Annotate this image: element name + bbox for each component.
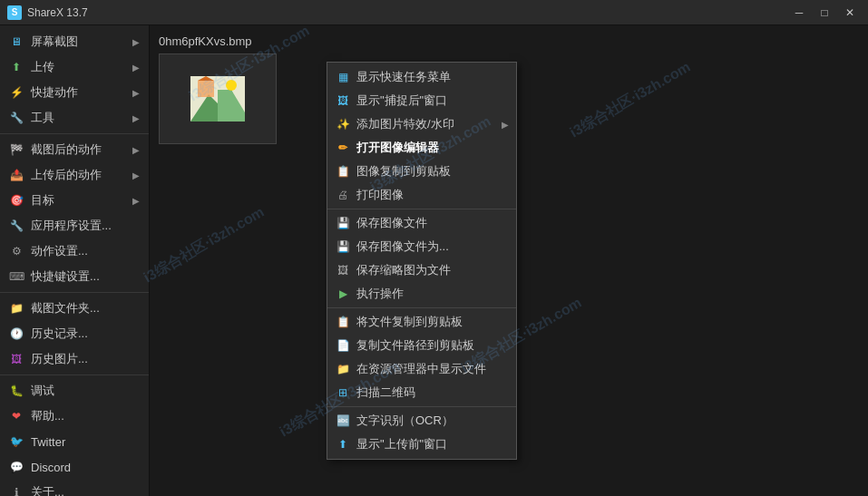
ctx-scan-qr[interactable]: ⊞ 扫描二维码 xyxy=(327,381,516,404)
sidebar-item-hotkeys[interactable]: ⌨ 快捷键设置... xyxy=(0,264,149,289)
ctx-show-quick-menu[interactable]: ▦ 显示快速任务菜单 xyxy=(327,65,516,89)
sidebar-item-label: 截图后的动作 xyxy=(31,141,125,158)
ctx-label: 保存图像文件为... xyxy=(356,238,509,255)
sidebar-item-label: 调试 xyxy=(31,383,140,399)
sidebar-item-imagehistory[interactable]: 🖼 历史图片... xyxy=(0,346,149,372)
sidebar-item-label: 截图文件夹... xyxy=(31,300,140,316)
ctx-ocr[interactable]: 🔤 文字识别（OCR） xyxy=(327,409,516,433)
copy-clipboard-icon: 📋 xyxy=(335,163,351,180)
arrow-icon: ▶ xyxy=(132,145,140,155)
ctx-copy-to-clipboard[interactable]: 📋 图像复制到剪贴板 xyxy=(327,160,516,183)
context-menu: ▦ 显示快速任务菜单 🖼 显示"捕捉后"窗口 ✨ 添加图片特效/水印 ▶ ✏ 打… xyxy=(327,62,517,460)
ctx-show-in-explorer[interactable]: 📁 在资源管理器中显示文件 xyxy=(327,357,516,381)
submenu-arrow-icon: ▶ xyxy=(502,120,509,130)
ctx-copy-file-path[interactable]: 📄 复制文件路径到剪贴板 xyxy=(327,334,516,357)
ctx-execute-action[interactable]: ▶ 执行操作 xyxy=(327,282,516,306)
title-bar-controls: ─ □ ✕ xyxy=(788,4,861,22)
sidebar-item-target[interactable]: 🎯 目标 ▶ xyxy=(0,188,149,213)
ctx-save-thumbnail[interactable]: 🖼 保存缩略图为文件 xyxy=(327,258,516,282)
sidebar-item-screenshot[interactable]: 🖥 屏幕截图 ▶ xyxy=(0,29,149,54)
hotkeys-icon: ⌨ xyxy=(9,269,24,284)
arrow-icon: ▶ xyxy=(132,63,140,73)
ctx-show-after-capture[interactable]: 🖼 显示"捕捉后"窗口 xyxy=(327,89,516,112)
minimize-button[interactable]: ─ xyxy=(788,4,810,22)
sidebar-item-label: 帮助... xyxy=(31,408,140,424)
sidebar-item-afterupload[interactable]: 📤 上传后的动作 ▶ xyxy=(0,162,149,188)
sidebar-item-debug[interactable]: 🐛 调试 xyxy=(0,378,149,404)
actionsettings-icon: ⚙ xyxy=(9,244,24,258)
aftercapture-icon: 🏁 xyxy=(9,142,24,157)
sidebar-item-twitter[interactable]: 🐦 Twitter xyxy=(0,429,149,454)
copy-path-icon: 📄 xyxy=(335,337,351,354)
sidebar: 🖥 屏幕截图 ▶ ⬆ 上传 ▶ ⚡ 快捷动作 ▶ 🔧 工具 ▶ 🏁 截图后的动作… xyxy=(0,25,150,496)
print-icon: 🖨 xyxy=(335,187,351,203)
ctx-show-before-upload[interactable]: ⬆ 显示"上传前"窗口 xyxy=(327,433,516,456)
ctx-label: 显示快速任务菜单 xyxy=(356,69,509,85)
quickactions-icon: ⚡ xyxy=(9,85,24,100)
after-capture-icon: 🖼 xyxy=(335,92,351,109)
arrow-icon: ▶ xyxy=(132,113,140,123)
sidebar-item-label: 动作设置... xyxy=(31,243,140,259)
sidebar-divider xyxy=(0,292,149,293)
capturefolder-icon: 📁 xyxy=(9,301,24,316)
ctx-divider xyxy=(327,307,516,308)
title-bar-left: S ShareX 13.7 xyxy=(7,5,88,20)
file-name: 0hm6pfKXvs.bmp xyxy=(159,34,252,48)
ctx-label: 复制文件路径到剪贴板 xyxy=(356,337,509,354)
sidebar-item-help[interactable]: ❤ 帮助... xyxy=(0,404,149,429)
afterupload-icon: 📤 xyxy=(9,168,24,182)
sidebar-divider xyxy=(0,374,149,375)
ctx-label: 打开图像编辑器 xyxy=(356,140,509,156)
main-layout: 🖥 屏幕截图 ▶ ⬆ 上传 ▶ ⚡ 快捷动作 ▶ 🔧 工具 ▶ 🏁 截图后的动作… xyxy=(0,25,868,496)
upload-icon: ⬆ xyxy=(9,60,24,74)
content-area: 0hm6pfKXvs.bmp ▦ 显示快速任务菜单 🖼 xyxy=(150,25,868,496)
ctx-label: 打印图像 xyxy=(356,187,509,203)
arrow-icon: ▶ xyxy=(132,170,140,180)
close-button[interactable]: ✕ xyxy=(839,4,861,22)
sidebar-item-appsettings[interactable]: 🔧 应用程序设置... xyxy=(0,213,149,238)
arrow-icon: ▶ xyxy=(132,37,140,47)
sidebar-item-tools[interactable]: 🔧 工具 ▶ xyxy=(0,105,149,131)
sidebar-item-upload[interactable]: ⬆ 上传 ▶ xyxy=(0,54,149,80)
app-icon: S xyxy=(7,5,22,20)
sidebar-item-label: 目标 xyxy=(31,192,125,209)
sidebar-item-label: 关于... xyxy=(31,484,140,496)
twitter-icon: 🐦 xyxy=(9,434,24,449)
tools-icon: 🔧 xyxy=(9,111,24,125)
sidebar-item-label: 上传 xyxy=(31,59,125,75)
svg-rect-3 xyxy=(198,81,214,97)
save-image-icon: 💾 xyxy=(335,215,351,231)
preview-image xyxy=(190,76,245,122)
maximize-button[interactable]: □ xyxy=(814,4,835,22)
history-icon: 🕐 xyxy=(9,326,24,341)
sidebar-item-actionsettings[interactable]: ⚙ 动作设置... xyxy=(0,238,149,264)
sidebar-item-aftercapture[interactable]: 🏁 截图后的动作 ▶ xyxy=(0,137,149,162)
sidebar-item-about[interactable]: ℹ 关于... xyxy=(0,480,149,496)
sidebar-item-history[interactable]: 🕐 历史记录... xyxy=(0,321,149,346)
ocr-icon: 🔤 xyxy=(335,413,351,429)
save-thumbnail-icon: 🖼 xyxy=(335,262,351,278)
ctx-copy-file-clipboard[interactable]: 📋 将文件复制到剪贴板 xyxy=(327,310,516,334)
copy-file-icon: 📋 xyxy=(335,314,351,330)
ctx-save-image[interactable]: 💾 保存图像文件 xyxy=(327,211,516,235)
ctx-label: 保存缩略图为文件 xyxy=(356,262,509,278)
sidebar-item-capturefolder[interactable]: 📁 截图文件夹... xyxy=(0,296,149,321)
before-upload-icon: ⬆ xyxy=(335,436,351,452)
ctx-add-image-effects[interactable]: ✨ 添加图片特效/水印 ▶ xyxy=(327,112,516,136)
qr-scan-icon: ⊞ xyxy=(335,384,351,401)
sidebar-divider xyxy=(0,133,149,134)
sidebar-item-label: 历史图片... xyxy=(31,351,140,367)
ctx-print-image[interactable]: 🖨 打印图像 xyxy=(327,183,516,207)
target-icon: 🎯 xyxy=(9,193,24,208)
imagehistory-icon: 🖼 xyxy=(9,352,24,366)
ctx-save-image-as[interactable]: 💾 保存图像文件为... xyxy=(327,235,516,258)
sidebar-item-quickactions[interactable]: ⚡ 快捷动作 ▶ xyxy=(0,80,149,105)
screenshot-icon: 🖥 xyxy=(9,34,24,49)
sidebar-item-label: Twitter xyxy=(31,435,140,449)
sidebar-item-label: 上传后的动作 xyxy=(31,167,125,183)
ctx-label: 添加图片特效/水印 xyxy=(356,116,496,132)
ctx-open-image-editor[interactable]: ✏ 打开图像编辑器 xyxy=(327,136,516,160)
sidebar-item-discord[interactable]: 💬 Discord xyxy=(0,454,149,480)
ctx-label: 保存图像文件 xyxy=(356,215,509,231)
sidebar-item-label: 快捷键设置... xyxy=(31,268,140,285)
